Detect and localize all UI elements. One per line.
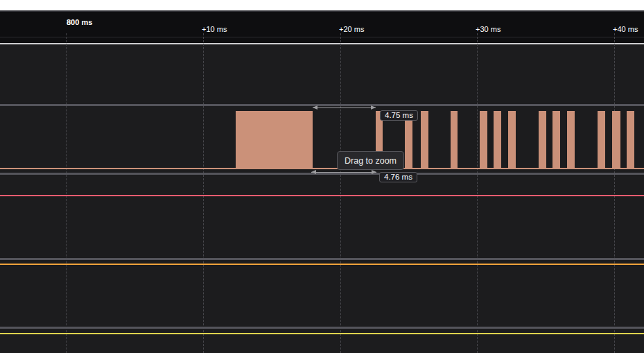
measurement-label: 4.76 ms xyxy=(379,172,417,182)
ruler-inner-divider xyxy=(0,37,644,37)
orange-counter-line xyxy=(0,264,644,265)
page-top-strip xyxy=(0,0,644,12)
red-counter-line xyxy=(0,195,644,196)
activity-bar xyxy=(598,111,605,168)
time-gridline xyxy=(340,33,341,353)
time-gridline xyxy=(66,33,67,353)
ruler-tick-label: 800 ms xyxy=(67,19,92,26)
salmon-activity-line xyxy=(0,168,644,169)
track-separator xyxy=(0,173,644,175)
timeline-ruler[interactable] xyxy=(0,12,644,43)
measurement-arrow xyxy=(311,172,376,173)
activity-bar xyxy=(421,111,428,168)
activity-bar xyxy=(539,111,546,168)
ruler-bottom-divider xyxy=(0,43,644,44)
ruler-tick-label: +20 ms xyxy=(339,26,364,33)
time-gridline xyxy=(203,33,204,353)
track-separator xyxy=(0,258,644,260)
measurement-label: 4.75 ms xyxy=(380,110,418,121)
ruler-tick-label: +40 ms xyxy=(613,26,638,33)
time-gridline xyxy=(614,33,615,353)
activity-bar xyxy=(480,111,487,168)
performance-timeline: 4.75 ms4.76 ms800 ms+10 ms+20 ms+30 ms+4… xyxy=(0,0,644,353)
activity-bar xyxy=(552,111,560,168)
activity-bar xyxy=(627,111,634,168)
activity-bar xyxy=(451,111,458,168)
track-separator xyxy=(0,104,644,106)
drag-to-zoom-tooltip: Drag to zoom xyxy=(337,151,404,170)
activity-bar xyxy=(567,111,575,168)
measurement-arrow xyxy=(313,107,376,108)
ruler-tick-label: +10 ms xyxy=(202,26,227,33)
activity-bar xyxy=(494,111,501,168)
ruler-tick-label: +30 ms xyxy=(476,26,501,33)
track-separator xyxy=(0,327,644,329)
activity-bar xyxy=(612,111,620,168)
activity-bar xyxy=(508,111,516,168)
activity-block xyxy=(236,111,313,168)
time-gridline xyxy=(477,33,478,353)
yellow-counter-line xyxy=(0,333,644,334)
